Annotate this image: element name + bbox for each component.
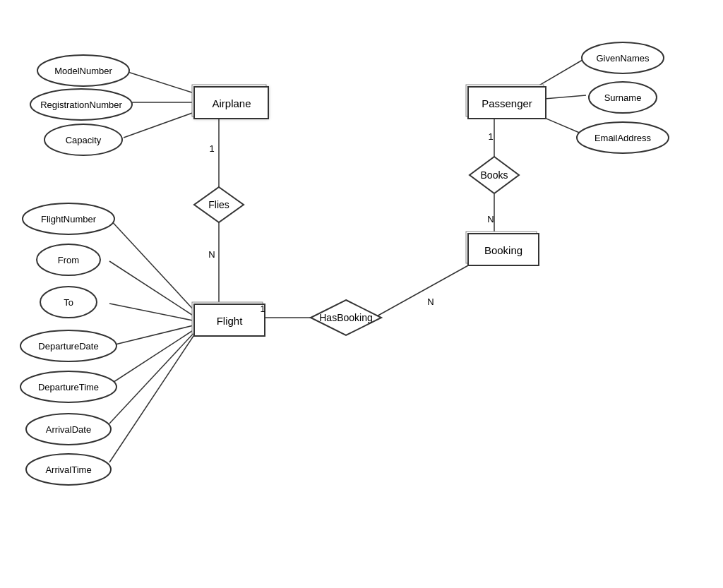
to-attr: To xyxy=(64,297,73,308)
modelnumber-attr: ModelNumber xyxy=(54,66,112,76)
svg-line-10 xyxy=(109,330,196,424)
cardinality-passenger-books: 1 xyxy=(488,131,493,142)
svg-line-13 xyxy=(374,265,470,318)
cardinality-books-booking: N xyxy=(487,214,494,224)
cardinality-airplane-flies: 1 xyxy=(209,143,214,154)
er-diagram: Airplane Flight Passenger Booking Flies … xyxy=(0,0,723,588)
books-relationship-label: Books xyxy=(481,169,508,181)
passenger-entity-label: Passenger xyxy=(482,97,532,109)
svg-line-7 xyxy=(109,304,196,321)
departuredate-attr: DepartureDate xyxy=(38,341,98,352)
arrivaltime-attr: ArrivalTime xyxy=(45,464,91,475)
cardinality-flight-hasbooking: 1 xyxy=(260,304,265,314)
surname-attr: Surname xyxy=(604,92,642,103)
departuretime-attr: DepartureTime xyxy=(38,382,99,392)
booking-entity-label: Booking xyxy=(484,244,522,256)
svg-line-11 xyxy=(109,332,196,462)
registrationnumber-attr: RegistrationNumber xyxy=(40,100,122,110)
svg-line-6 xyxy=(109,261,196,318)
flight-entity-label: Flight xyxy=(217,315,244,327)
svg-line-5 xyxy=(109,219,196,313)
givennames-attr: GivenNames xyxy=(596,53,650,64)
svg-line-0 xyxy=(124,71,196,94)
arrivaldate-attr: ArrivalDate xyxy=(46,424,91,435)
cardinality-flies-flight: N xyxy=(208,249,215,260)
cardinality-hasbooking-booking: N xyxy=(427,296,434,307)
hasbooking-relationship-label: HasBooking xyxy=(319,312,373,323)
capacity-attr: Capacity xyxy=(66,135,102,145)
airplane-entity-label: Airplane xyxy=(212,97,251,109)
from-attr: From xyxy=(58,255,79,265)
emailaddress-attr: EmailAddress xyxy=(594,133,652,143)
svg-line-8 xyxy=(109,325,196,346)
flightnumber-attr: FlightNumber xyxy=(41,214,97,224)
svg-line-2 xyxy=(124,112,196,138)
flies-relationship-label: Flies xyxy=(208,199,229,210)
